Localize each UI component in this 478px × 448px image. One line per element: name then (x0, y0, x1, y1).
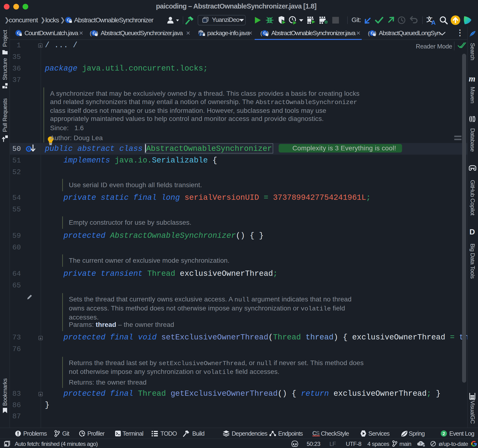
svg-text:J: J (200, 33, 201, 36)
svg-text:A: A (431, 19, 436, 25)
svg-text:?: ? (419, 442, 421, 446)
svg-text:2: 2 (443, 431, 445, 436)
